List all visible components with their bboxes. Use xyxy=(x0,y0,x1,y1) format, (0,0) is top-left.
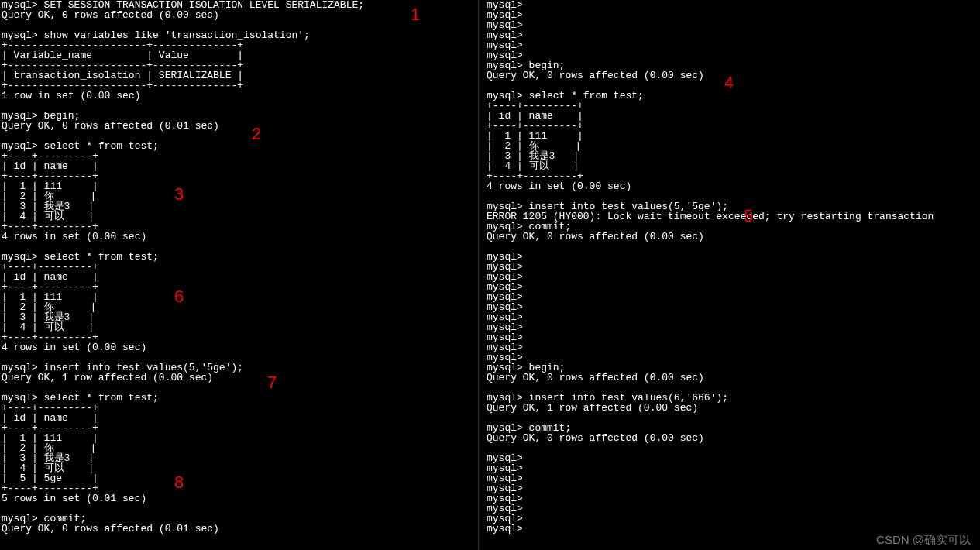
terminal-panes: mysql> SET SESSION TRANSACTION ISOLATION… xyxy=(0,0,980,550)
terminal-line xyxy=(487,443,978,453)
terminal-line: mysql> xyxy=(487,292,978,302)
terminal-line xyxy=(487,242,978,252)
terminal-line: mysql> xyxy=(487,493,978,504)
terminal-line: mysql> xyxy=(487,463,978,473)
terminal-line: mysql> xyxy=(487,504,978,514)
terminal-line: 4 rows in set (0.00 sec) xyxy=(2,232,476,242)
terminal-line: Query OK, 1 row affected (0.00 sec) xyxy=(487,403,978,413)
terminal-line: mysql> xyxy=(487,453,978,463)
terminal-line: mysql> xyxy=(487,252,978,262)
terminal-line: 5 rows in set (0.01 sec) xyxy=(2,493,476,504)
terminal-line: Query OK, 0 rows affected (0.01 sec) xyxy=(2,121,476,131)
terminal-line: Query OK, 0 rows affected (0.00 sec) xyxy=(487,373,978,383)
terminal-line: Query OK, 0 rows affected (0.00 sec) xyxy=(487,70,978,81)
terminal-line: mysql> xyxy=(487,322,978,332)
terminal-line: mysql> xyxy=(487,272,978,282)
terminal-line: mysql> xyxy=(487,332,978,342)
terminal-line: 4 rows in set (0.00 sec) xyxy=(487,181,978,191)
terminal-line: mysql> xyxy=(487,262,978,272)
watermark: CSDN @确实可以 xyxy=(876,534,971,545)
terminal-line: 1 row in set (0.00 sec) xyxy=(2,91,476,101)
terminal-line: mysql> xyxy=(487,282,978,292)
terminal-line: mysql> xyxy=(487,514,978,524)
terminal-line: Query OK, 0 rows affected (0.00 sec) xyxy=(487,433,978,443)
terminal-line: Query OK, 0 rows affected (0.00 sec) xyxy=(2,10,476,20)
terminal-line: mysql> xyxy=(487,473,978,483)
terminal-line: mysql> xyxy=(487,312,978,322)
terminal-line: mysql> xyxy=(487,10,978,20)
terminal-line: mysql> xyxy=(487,30,978,40)
terminal-left[interactable]: mysql> SET SESSION TRANSACTION ISOLATION… xyxy=(0,0,479,550)
terminal-line: Query OK, 0 rows affected (0.00 sec) xyxy=(487,232,978,242)
terminal-line: 4 rows in set (0.00 sec) xyxy=(2,342,476,352)
terminal-line: mysql> xyxy=(487,20,978,30)
terminal-line: mysql> xyxy=(487,302,978,312)
terminal-line: Query OK, 1 row affected (0.00 sec) xyxy=(2,373,476,383)
terminal-line: mysql> xyxy=(487,483,978,493)
terminal-right[interactable]: mysql>mysql>mysql>mysql>mysql>mysql>mysq… xyxy=(479,0,980,550)
terminal-line: Query OK, 0 rows affected (0.01 sec) xyxy=(2,524,476,534)
terminal-line: mysql> xyxy=(487,0,978,10)
terminal-line: mysql> xyxy=(487,342,978,352)
terminal-line: mysql> xyxy=(487,40,978,50)
